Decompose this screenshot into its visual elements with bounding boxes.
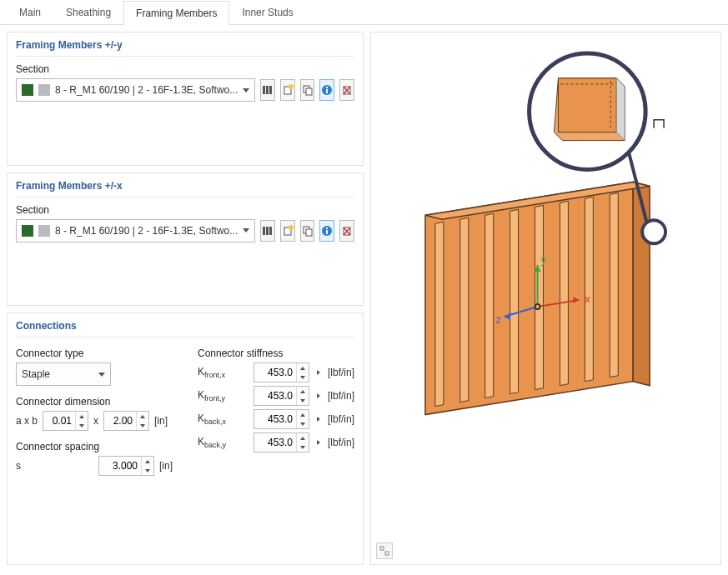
- connector-dimension-label: Connector dimension: [16, 396, 173, 408]
- section-label-x: Section: [16, 204, 354, 216]
- stiffness-label: Kfront,y: [198, 389, 234, 402]
- step-up[interactable]: [297, 387, 309, 396]
- new-button-y[interactable]: [280, 79, 295, 101]
- stiffness-input-1[interactable]: [254, 386, 309, 406]
- svg-marker-33: [535, 205, 544, 389]
- svg-point-17: [289, 225, 294, 230]
- expand-icon[interactable]: [317, 370, 320, 375]
- x-separator: x: [93, 415, 98, 427]
- group-connections: Connections Connector type Staple Connec…: [7, 312, 364, 565]
- copy-button-y[interactable]: [300, 79, 315, 101]
- svg-marker-29: [435, 222, 444, 406]
- group-title-framing-y: Framing Members +/-y: [16, 39, 354, 57]
- step-down[interactable]: [297, 419, 309, 428]
- stiffness-label: Kfront,x: [198, 366, 234, 379]
- tab-main[interactable]: Main: [7, 0, 53, 24]
- library-button-y[interactable]: [260, 79, 275, 101]
- section-value-x: 8 - R_M1 60/190 | 2 - 16F-1.3E, Softwo..…: [55, 225, 238, 237]
- group-title-framing-x: Framing Members +/-x: [16, 180, 354, 198]
- wall-preview-svg: x y z: [371, 32, 720, 564]
- svg-rect-21: [326, 230, 328, 234]
- svg-rect-2: [269, 86, 272, 94]
- viewport-options-button[interactable]: [376, 542, 393, 559]
- stiffness-label: Kback,y: [198, 436, 234, 449]
- swatch-gray-icon: [38, 225, 50, 237]
- svg-rect-1: [266, 86, 269, 94]
- svg-rect-19: [306, 229, 312, 236]
- section-select-y[interactable]: 8 - R_M1 60/190 | 2 - 16F-1.3E, Softwo..…: [16, 78, 255, 102]
- chevron-down-icon: [98, 372, 105, 377]
- section-label-y: Section: [16, 63, 354, 75]
- copy-button-x[interactable]: [300, 220, 315, 242]
- spacing-input[interactable]: [98, 456, 154, 476]
- connector-stiffness-label: Connector stiffness: [198, 348, 354, 359]
- info-button-y[interactable]: [319, 79, 334, 101]
- step-up[interactable]: [297, 410, 309, 419]
- step-down[interactable]: [297, 442, 309, 452]
- svg-marker-27: [633, 182, 650, 385]
- svg-point-43: [535, 304, 540, 309]
- delete-button-x[interactable]: [339, 220, 354, 242]
- tab-sheathing[interactable]: Sheathing: [53, 0, 123, 24]
- group-framing-x: Framing Members +/-x Section 8 - R_M1 60…: [7, 172, 364, 307]
- stiffness-input-2[interactable]: [254, 409, 309, 429]
- connector-type-select[interactable]: Staple: [16, 362, 111, 386]
- tab-bar: Main Sheathing Framing Members Inner Stu…: [0, 0, 728, 25]
- step-down[interactable]: [137, 421, 148, 430]
- stiffness-row-3: Kback,y [lbf/in]: [198, 432, 354, 452]
- dimension-a-input[interactable]: [43, 411, 88, 431]
- svg-point-51: [642, 220, 665, 243]
- stiffness-unit: [lbf/in]: [328, 390, 354, 402]
- stiffness-row-0: Kfront,x [lbf/in]: [198, 362, 354, 382]
- swatch-gray-icon: [38, 84, 50, 96]
- chevron-down-icon: [243, 228, 249, 232]
- tab-framing-members[interactable]: Framing Members: [123, 1, 229, 25]
- stiffness-label: Kback,x: [198, 412, 234, 426]
- chevron-down-icon: [243, 88, 249, 92]
- group-title-connections: Connections: [16, 320, 354, 338]
- step-up[interactable]: [137, 412, 148, 421]
- expand-icon[interactable]: [317, 417, 320, 422]
- connector-type-value: Staple: [22, 368, 50, 380]
- section-select-x[interactable]: 8 - R_M1 60/190 | 2 - 16F-1.3E, Softwo..…: [16, 219, 255, 242]
- step-down[interactable]: [142, 466, 153, 475]
- svg-point-4: [289, 84, 294, 89]
- preview-viewport[interactable]: x y z: [370, 32, 721, 565]
- library-button-x[interactable]: [260, 220, 275, 242]
- stiffness-input-0[interactable]: [254, 362, 309, 382]
- delete-button-y[interactable]: [339, 79, 354, 101]
- expand-icon[interactable]: [317, 393, 320, 398]
- tab-inner-studs[interactable]: Inner Studs: [229, 0, 305, 24]
- step-up[interactable]: [76, 412, 88, 421]
- connector-spacing-label: Connector spacing: [16, 441, 173, 452]
- svg-marker-31: [485, 213, 494, 398]
- svg-rect-13: [263, 227, 265, 235]
- new-button-x[interactable]: [280, 220, 295, 242]
- step-up[interactable]: [297, 433, 309, 442]
- info-button-x[interactable]: [319, 220, 334, 242]
- dimension-b-input[interactable]: [103, 411, 149, 431]
- connector-type-label: Connector type: [16, 348, 173, 359]
- svg-marker-30: [460, 218, 469, 402]
- svg-rect-9: [326, 87, 328, 88]
- svg-rect-52: [380, 547, 384, 550]
- spacing-unit: [in]: [159, 460, 173, 472]
- stiffness-row-2: Kback,x [lbf/in]: [198, 409, 354, 429]
- svg-rect-53: [385, 552, 389, 555]
- svg-rect-15: [269, 227, 272, 235]
- svg-marker-36: [610, 192, 618, 377]
- dimension-prefix: a x b: [16, 415, 38, 427]
- svg-marker-34: [560, 201, 568, 385]
- stiffness-row-1: Kfront,y [lbf/in]: [198, 386, 354, 406]
- step-down[interactable]: [297, 372, 309, 382]
- axis-x-label: x: [585, 292, 590, 305]
- step-down[interactable]: [76, 421, 88, 430]
- svg-marker-35: [585, 197, 593, 381]
- svg-rect-0: [263, 86, 265, 94]
- svg-marker-47: [616, 78, 625, 141]
- step-up[interactable]: [142, 457, 153, 466]
- stiffness-input-3[interactable]: [254, 432, 309, 452]
- expand-icon[interactable]: [317, 440, 320, 445]
- step-down[interactable]: [297, 396, 309, 405]
- step-up[interactable]: [297, 363, 309, 372]
